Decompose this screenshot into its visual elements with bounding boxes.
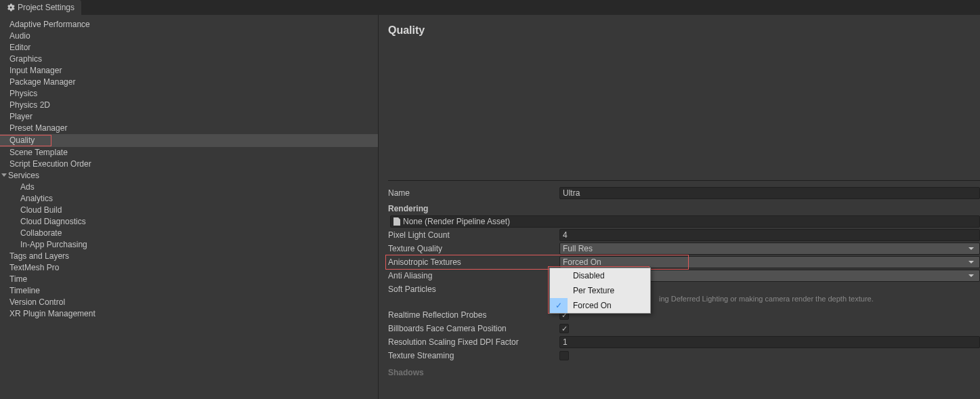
label-realtime-reflection: Realtime Reflection Probes (388, 310, 559, 320)
row-texture-streaming: Texture Streaming (388, 349, 980, 362)
dropdown-texture-quality[interactable]: Full Res (559, 243, 980, 255)
checkbox-texture-streaming[interactable] (559, 351, 569, 360)
sidebar-item-input-manager[interactable]: Input Manager (0, 65, 378, 77)
section-shadows: Shadows (388, 368, 980, 377)
checkbox-billboards[interactable] (559, 324, 569, 333)
dropdown-anisotropic[interactable]: Forced On (559, 256, 980, 268)
row-billboards: Billboards Face Camera Position (388, 322, 980, 335)
sidebar-item-cloud-diagnostics[interactable]: Cloud Diagnostics (0, 216, 378, 228)
tab-title: Project Settings (18, 3, 74, 12)
settings-sidebar: Adaptive Performance Audio Editor Graphi… (0, 15, 379, 399)
row-render-pipeline: None (Render Pipeline Asset) (388, 215, 980, 228)
sidebar-item-services[interactable]: Services (0, 170, 39, 182)
row-resolution-scaling: Resolution Scaling Fixed DPI Factor 1 (388, 335, 980, 349)
sidebar-item-in-app-purchasing[interactable]: In-App Purchasing (0, 239, 378, 251)
sidebar-item-physics[interactable]: Physics (0, 88, 378, 100)
label-resolution-scaling: Resolution Scaling Fixed DPI Factor (388, 337, 559, 347)
field-render-pipeline[interactable]: None (Render Pipeline Asset) (390, 215, 980, 228)
tab-bar: Project Settings (0, 0, 980, 15)
sidebar-item-collaborate[interactable]: Collaborate (0, 228, 378, 239)
page-title: Quality (388, 24, 980, 37)
caret-down-icon (1, 173, 7, 177)
label-texture-streaming: Texture Streaming (388, 351, 559, 360)
check-icon (550, 283, 568, 298)
hint-soft-particles: ing Deferred Lighting or making camera r… (388, 295, 980, 303)
label-billboards: Billboards Face Camera Position (388, 324, 559, 333)
popup-option-disabled[interactable]: Disabled (550, 268, 650, 283)
sidebar-item-player[interactable]: Player (0, 111, 378, 123)
sidebar-item-preset-manager[interactable]: Preset Manager (0, 123, 378, 134)
label-pixel-light: Pixel Light Count (388, 230, 559, 240)
check-icon (550, 268, 568, 283)
row-anti-aliasing: Anti Aliasing (388, 269, 980, 282)
sidebar-item-cloud-build[interactable]: Cloud Build (0, 205, 378, 216)
label-anti-aliasing: Anti Aliasing (388, 271, 559, 280)
main-panel: Adaptive Performance Audio Editor Graphi… (0, 15, 980, 399)
sidebar-item-script-execution-order[interactable]: Script Execution Order (0, 159, 378, 170)
row-realtime-reflection: Realtime Reflection Probes (388, 308, 980, 322)
field-name[interactable]: Ultra (559, 187, 980, 199)
sidebar-item-scene-template[interactable]: Scene Template (0, 147, 378, 159)
sidebar-item-quality[interactable]: Quality (0, 134, 378, 147)
check-icon: ✓ (550, 298, 568, 313)
label-anisotropic: Anisotropic Textures (388, 257, 559, 267)
sidebar-item-version-control[interactable]: Version Control (0, 297, 378, 308)
field-resolution-scaling[interactable]: 1 (559, 336, 980, 348)
tab-project-settings[interactable]: Project Settings (0, 0, 81, 15)
popup-option-forced-on[interactable]: ✓ Forced On (550, 298, 650, 313)
sidebar-item-editor[interactable]: Editor (0, 42, 378, 54)
sidebar-item-time[interactable]: Time (0, 274, 378, 285)
sidebar-item-xr-plugin-management[interactable]: XR Plugin Management (0, 308, 378, 320)
field-pixel-light[interactable]: 4 (559, 229, 980, 241)
label-texture-quality: Texture Quality (388, 244, 559, 253)
page-icon (393, 217, 400, 226)
sidebar-item-graphics[interactable]: Graphics (0, 54, 378, 65)
label-soft-particles: Soft Particles (388, 285, 559, 294)
row-texture-quality: Texture Quality Full Res (388, 242, 980, 255)
row-name: Name Ultra (388, 186, 980, 200)
sidebar-item-package-manager[interactable]: Package Manager (0, 77, 378, 88)
sidebar-item-analytics[interactable]: Analytics (0, 193, 378, 205)
sidebar-item-textmesh-pro[interactable]: TextMesh Pro (0, 262, 378, 274)
row-pixel-light-count: Pixel Light Count 4 (388, 228, 980, 242)
sidebar-item-physics-2d[interactable]: Physics 2D (0, 100, 378, 111)
row-soft-particles: Soft Particles (388, 282, 980, 296)
sidebar-item-tags-and-layers[interactable]: Tags and Layers (0, 251, 378, 262)
popup-option-per-texture[interactable]: Per Texture (550, 283, 650, 298)
row-anisotropic-textures: Anisotropic Textures Forced On (388, 255, 980, 269)
label-name: Name (388, 188, 559, 198)
sidebar-item-ads[interactable]: Ads (0, 182, 378, 193)
sidebar-item-adaptive-performance[interactable]: Adaptive Performance (0, 19, 378, 30)
divider (388, 180, 980, 181)
section-rendering: Rendering (388, 204, 980, 213)
gear-icon (7, 3, 15, 12)
sidebar-item-audio[interactable]: Audio (0, 30, 378, 42)
content-panel: Quality Name Ultra Rendering None (Rende… (379, 15, 980, 399)
sidebar-item-timeline[interactable]: Timeline (0, 285, 378, 297)
dropdown-popup: Disabled Per Texture ✓ Forced On (549, 268, 651, 314)
